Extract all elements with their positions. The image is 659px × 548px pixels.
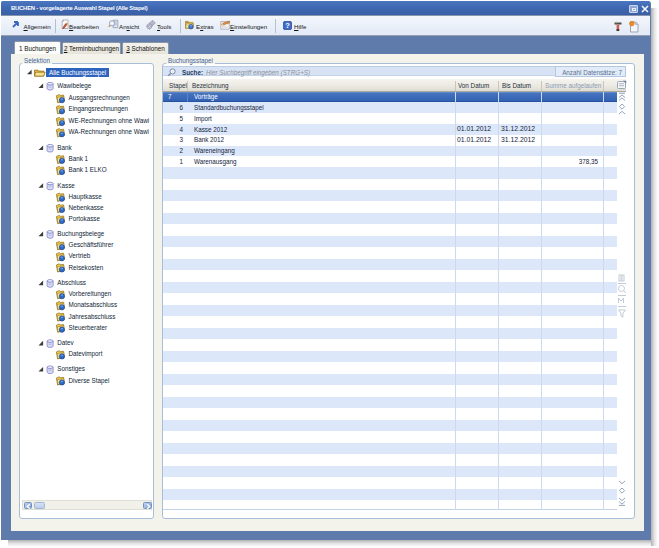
svg-text:?: ?	[285, 21, 290, 30]
